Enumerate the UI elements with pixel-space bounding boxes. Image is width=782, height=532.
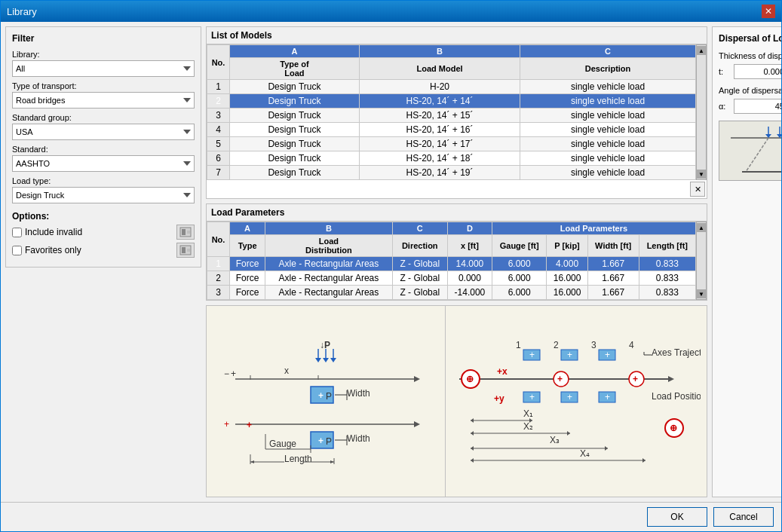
angle-field: α: 45 ▲ ▼ [°]: [719, 98, 781, 115]
lp-x-header: x [ft]: [447, 235, 492, 257]
lp-row-length: 0.833: [639, 257, 695, 271]
svg-text:+: +: [567, 350, 572, 360]
dispersal-diagram: t α: [719, 121, 781, 181]
row-no: 4: [207, 123, 230, 137]
type-of-load-header: Type ofLoad: [230, 58, 360, 80]
close-button[interactable]: ✕: [762, 5, 775, 18]
lp-row-width: 1.667: [587, 271, 639, 286]
t-input[interactable]: 0.000: [734, 64, 781, 79]
lp-row-dist: Axle - Rectangular Areas: [265, 257, 392, 271]
lp-col-c: C: [392, 222, 447, 235]
row-description: single vehicle load: [520, 151, 696, 166]
svg-marker-63: [668, 376, 674, 382]
svg-marker-89: [471, 446, 474, 451]
table-row[interactable]: 5 Design Truck HS-20, 14´ + 17´ single v…: [207, 137, 696, 151]
table-row[interactable]: 2 Force Axle - Rectangular Areas Z - Glo…: [207, 271, 696, 286]
lp-row-x: -14.000: [447, 286, 492, 300]
favorites-only-checkbox[interactable]: [12, 246, 22, 255]
description-header: Description: [520, 58, 696, 80]
row-description: single vehicle load: [520, 166, 696, 180]
row-description: single vehicle load: [520, 94, 696, 109]
svg-text:+: +: [231, 368, 236, 379]
svg-text:+: +: [529, 350, 535, 360]
row-type: Design Truck: [230, 94, 360, 109]
svg-text:Width: Width: [347, 433, 370, 444]
svg-text:⊕: ⊕: [670, 423, 677, 433]
library-select[interactable]: All: [12, 60, 195, 77]
load-parameters-table-container: No. A B C D Load Parameters Type: [207, 222, 707, 300]
table-row[interactable]: 1 Force Axle - Rectangular Areas Z - Glo…: [207, 257, 696, 271]
thickness-label: Thickness of dispersal layer:: [719, 51, 781, 60]
include-invalid-label: Include invalid: [25, 227, 82, 237]
svg-text:P: P: [324, 340, 330, 350]
table-row[interactable]: 3 Design Truck HS-20, 14´ + 15´ single v…: [207, 109, 696, 123]
icon-img: [179, 227, 192, 237]
svg-text:Gauge: Gauge: [269, 439, 296, 449]
lp-row-width: 1.667: [587, 286, 639, 300]
standard-group-label: Standard group:: [12, 113, 195, 122]
svg-marker-90: [605, 446, 608, 451]
standard-group-select[interactable]: USA: [12, 124, 195, 140]
svg-text:X₃: X₃: [550, 435, 560, 445]
include-invalid-row: Include invalid: [12, 225, 195, 240]
load-type-field: Load type: Design Truck: [12, 176, 195, 203]
list-of-models-table-container: No. A B C Type ofLoad Load Model Descrip…: [207, 44, 707, 180]
ok-button[interactable]: OK: [647, 507, 707, 527]
standard-select[interactable]: AASHTO: [12, 155, 195, 172]
svg-text:x: x: [284, 365, 289, 376]
table-row[interactable]: 7 Design Truck HS-20, 14´ + 19´ single v…: [207, 166, 696, 180]
svg-text:3: 3: [591, 340, 596, 350]
svg-marker-45: [250, 460, 254, 463]
row-type: Design Truck: [230, 151, 360, 166]
svg-text:1: 1: [516, 340, 521, 350]
delete-row-button[interactable]: ✕: [690, 182, 705, 197]
models-scrollbar[interactable]: ▲ ▼: [696, 44, 707, 180]
svg-marker-9: [315, 358, 321, 362]
row-model: HS-20, 14´ + 14´: [359, 94, 520, 109]
svg-text:+: +: [605, 392, 610, 402]
lp-type-header: Type: [230, 235, 265, 257]
svg-text:+: +: [605, 350, 610, 360]
lp-row-dir: Z - Global: [392, 271, 447, 286]
svg-text:P: P: [326, 436, 332, 447]
svg-text:Length: Length: [284, 454, 312, 464]
load-diagram-svg: P ↓: [213, 338, 439, 466]
row-type: Design Truck: [230, 80, 360, 94]
standard-group-field: Standard group: USA: [12, 113, 195, 140]
svg-marker-93: [471, 458, 474, 463]
row-no: 3: [207, 109, 230, 123]
transport-label: Type of transport:: [12, 81, 195, 90]
lp-length-header: Length [ft]: [639, 235, 695, 257]
lp-row-p: 16.000: [547, 271, 587, 286]
table-row[interactable]: 2 Design Truck HS-20, 14´ + 14´ single v…: [207, 94, 696, 109]
table-row[interactable]: 1 Design Truck H-20 single vehicle load: [207, 80, 696, 94]
standard-field: Standard: AASHTO: [12, 145, 195, 172]
center-panel: List of Models No. A B C: [206, 26, 707, 497]
params-scrollbar[interactable]: ▲ ▼: [696, 222, 707, 300]
main-content: Filter Library: All Type of transport: R…: [1, 22, 781, 502]
table-row[interactable]: 4 Design Truck HS-20, 14´ + 16´ single v…: [207, 123, 696, 137]
cancel-button[interactable]: Cancel: [713, 507, 774, 527]
lp-row-dist: Axle - Rectangular Areas: [265, 286, 392, 300]
favorites-only-icon[interactable]: [176, 243, 195, 258]
svg-marker-81: [471, 418, 474, 423]
library-window: Library ✕ Filter Library: All Type of tr…: [0, 0, 782, 532]
table-row[interactable]: 3 Force Axle - Rectangular Areas Z - Glo…: [207, 286, 696, 300]
row-no: 6: [207, 151, 230, 166]
transport-select[interactable]: Road bridges: [12, 92, 195, 109]
row-no: 7: [207, 166, 230, 180]
svg-text:+: +: [224, 419, 229, 430]
include-invalid-icon[interactable]: [176, 225, 195, 240]
table-row[interactable]: 6 Design Truck HS-20, 14´ + 18´ single v…: [207, 151, 696, 166]
favorites-only-row: Favorites only: [12, 243, 195, 258]
svg-marker-46: [330, 460, 334, 463]
include-invalid-checkbox[interactable]: [12, 228, 22, 237]
footer: OK Cancel: [1, 502, 781, 531]
svg-text:Width: Width: [347, 388, 370, 399]
load-type-select[interactable]: Design Truck: [12, 187, 195, 203]
svg-marker-11: [323, 358, 329, 362]
alpha-input[interactable]: 45: [734, 99, 781, 114]
svg-marker-15: [414, 376, 420, 382]
lp-load-params-group: Load Parameters: [492, 222, 695, 235]
svg-text:+: +: [557, 374, 563, 384]
